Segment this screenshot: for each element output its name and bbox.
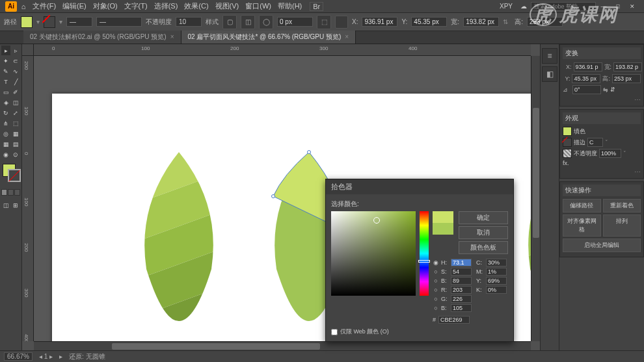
blend-tool[interactable]: ⊙ xyxy=(11,149,20,159)
color-well[interactable] xyxy=(1,164,20,185)
prop-x-input[interactable] xyxy=(574,62,602,71)
stroke-swatch[interactable] xyxy=(44,16,55,28)
brush-tool[interactable]: ✐ xyxy=(11,87,20,97)
menu-object[interactable]: 对象(O) xyxy=(90,0,120,12)
gradient-mode-icon[interactable] xyxy=(8,189,14,196)
opacity-small[interactable] xyxy=(599,149,621,158)
draw-mode-icon[interactable]: ◫ xyxy=(1,200,10,210)
b-input[interactable] xyxy=(451,277,472,285)
stroke-weight-small[interactable] xyxy=(587,138,603,147)
c-input[interactable] xyxy=(486,259,507,266)
menu-file[interactable]: 文件(F) xyxy=(30,0,59,12)
shaper-tool[interactable]: ◈ xyxy=(1,97,10,107)
r-radio[interactable]: ○ xyxy=(433,287,439,293)
dialog-titlebar[interactable]: 拾色器 xyxy=(326,179,513,194)
free-transform-tool[interactable]: ⬚ xyxy=(11,118,20,128)
ruler-horizontal[interactable]: 0 100 200 300 400 xyxy=(34,44,531,56)
menu-window[interactable]: 窗口(W) xyxy=(243,0,274,12)
cancel-button[interactable]: 取消 xyxy=(459,226,508,239)
h-input[interactable]: 253 px xyxy=(527,17,563,27)
rotate-tool[interactable]: ↻ xyxy=(1,108,10,118)
swatches-button[interactable]: 颜色色板 xyxy=(459,241,508,254)
ref-point-icon[interactable] xyxy=(335,16,348,29)
minimize-icon[interactable]: — xyxy=(597,2,610,11)
saturation-field[interactable] xyxy=(331,211,416,296)
stroke-style-select[interactable]: — xyxy=(96,17,142,27)
web-only-checkbox[interactable] xyxy=(331,329,338,335)
stroke-swatch-small[interactable] xyxy=(563,138,572,147)
menu-edit[interactable]: 编辑(E) xyxy=(60,0,89,12)
leaf-shape-1[interactable] xyxy=(137,152,221,321)
flip-h-icon[interactable]: ⇋ xyxy=(603,86,608,93)
r-input[interactable] xyxy=(451,286,472,294)
menu-view[interactable]: 视图(V) xyxy=(213,0,242,12)
close-tab-icon[interactable]: × xyxy=(345,33,349,40)
menu-help[interactable]: 帮助(H) xyxy=(275,0,304,12)
g-radio[interactable]: ○ xyxy=(433,296,439,302)
properties-panel-icon[interactable]: ≡ xyxy=(542,48,557,64)
gradient-tool[interactable]: ▤ xyxy=(11,139,20,149)
bl-radio[interactable]: ○ xyxy=(433,305,439,311)
offset-path-button[interactable]: 偏移路径 xyxy=(563,199,601,213)
layers-panel-icon[interactable]: ◧ xyxy=(542,66,557,82)
prop-angle-input[interactable] xyxy=(572,85,601,94)
global-edit-button[interactable]: 启动全局编辑 xyxy=(563,239,641,252)
recolor-button[interactable]: 重新着色 xyxy=(603,199,641,213)
fx-button[interactable]: fx. xyxy=(563,160,569,166)
stroke-color-swatch[interactable] xyxy=(8,169,21,182)
line-tool[interactable]: ╱ xyxy=(11,77,20,86)
lasso-tool[interactable]: ⊂ xyxy=(11,56,20,66)
more-options-icon[interactable]: ⋯ xyxy=(563,168,641,175)
link-wh-icon[interactable]: ⇅ xyxy=(503,18,511,25)
zoom-input[interactable]: 66.67% xyxy=(4,352,33,361)
h-radio[interactable]: ◉ xyxy=(433,259,439,266)
transform-icon[interactable]: ⬚ xyxy=(317,15,331,29)
x-input[interactable]: 936.91 px xyxy=(362,17,397,27)
magic-wand-tool[interactable]: ✦ xyxy=(1,56,10,66)
color-cursor[interactable] xyxy=(373,217,380,224)
k-input[interactable] xyxy=(486,286,507,294)
leaf-shape-3[interactable] xyxy=(520,152,531,321)
align-pixel-button[interactable]: 对齐像素网格 xyxy=(563,214,601,237)
mesh-tool[interactable]: ▦ xyxy=(1,139,10,149)
w-input[interactable]: 193.82 px xyxy=(463,17,499,27)
old-color-swatch[interactable] xyxy=(433,223,453,235)
m-input[interactable] xyxy=(486,268,507,276)
close-tab-icon[interactable]: × xyxy=(170,33,174,40)
none-mode-icon[interactable] xyxy=(14,189,20,196)
shape-icon[interactable]: ◯ xyxy=(259,15,273,29)
y-input[interactable]: 45.35 px xyxy=(411,17,447,27)
y-input[interactable] xyxy=(486,277,507,285)
prop-y-input[interactable] xyxy=(572,74,600,83)
more-options-icon[interactable]: ⋯ xyxy=(563,96,641,103)
arrange-button[interactable]: 排列 xyxy=(603,214,641,237)
rectangle-tool[interactable]: ▭ xyxy=(1,87,10,97)
type-tool[interactable]: T xyxy=(1,77,10,86)
fill-swatch-small[interactable] xyxy=(563,127,572,136)
hue-slider[interactable] xyxy=(420,211,429,296)
pen-tool[interactable]: ✎ xyxy=(1,66,10,76)
perspective-tool[interactable]: ▦ xyxy=(11,129,20,138)
menu-select[interactable]: 选择(S) xyxy=(152,0,181,12)
eraser-tool[interactable]: ◫ xyxy=(11,97,20,107)
scrollbar-vertical[interactable] xyxy=(531,56,540,341)
shape-builder-tool[interactable]: ◎ xyxy=(1,129,10,138)
opacity-input[interactable]: 10 xyxy=(176,17,202,27)
ok-button[interactable]: 确定 xyxy=(459,211,508,224)
screen-mode-icon[interactable]: ⊞ xyxy=(11,200,20,210)
s-radio[interactable]: ○ xyxy=(433,268,439,275)
g-input[interactable] xyxy=(451,295,472,303)
shape-val[interactable]: 0 px xyxy=(277,17,313,27)
anchor-point[interactable] xyxy=(271,194,275,198)
artboard-nav[interactable]: ◂ 1 ▸ xyxy=(39,353,53,360)
bridge-button[interactable]: Br xyxy=(310,2,323,11)
style-swatch[interactable]: ▢ xyxy=(222,15,237,29)
flip-v-icon[interactable]: ⇵ xyxy=(610,86,615,93)
hex-input[interactable] xyxy=(438,316,470,324)
fill-swatch[interactable] xyxy=(21,16,33,28)
ref-point-grid[interactable] xyxy=(563,62,564,72)
search-input[interactable]: 搜索 Adobe 帮助 xyxy=(531,2,596,11)
prop-w-input[interactable] xyxy=(613,62,642,71)
home-icon[interactable]: ⌂ xyxy=(18,2,29,11)
selection-tool[interactable]: ▸ xyxy=(1,45,10,55)
